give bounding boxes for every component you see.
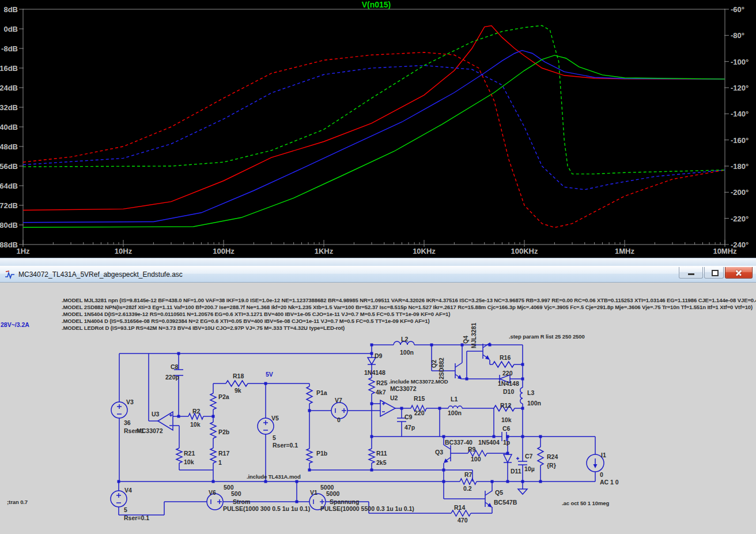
- component-label[interactable]: 100n: [400, 349, 414, 356]
- spice-directive[interactable]: ;tran 0.7: [7, 499, 28, 505]
- component-label[interactable]: R7: [464, 471, 472, 478]
- resistor-R14[interactable]: [451, 510, 471, 516]
- component-label[interactable]: L3: [527, 389, 534, 396]
- spice-directive[interactable]: .ac oct 50 1 10meg: [562, 500, 609, 506]
- component-label[interactable]: R18: [233, 373, 244, 379]
- resistor-R11[interactable]: [369, 449, 375, 463]
- component-label[interactable]: P1a: [316, 389, 327, 396]
- component-label[interactable]: R17: [218, 450, 229, 457]
- resistor-R21[interactable]: [176, 448, 182, 463]
- component-label[interactable]: L1: [451, 396, 458, 403]
- resistor-R16[interactable]: [493, 362, 514, 367]
- component-label[interactable]: 0: [337, 416, 341, 423]
- component-label[interactable]: R12: [500, 402, 511, 409]
- component-label[interactable]: R24: [547, 453, 558, 460]
- resistor-R24[interactable]: [538, 447, 543, 465]
- component-label[interactable]: 10µ: [524, 465, 535, 472]
- component-label[interactable]: D10: [503, 388, 514, 395]
- resistor-R17[interactable]: [210, 448, 216, 463]
- component-label[interactable]: 220: [414, 409, 425, 416]
- component-label[interactable]: V1: [310, 489, 317, 496]
- component-label[interactable]: C8: [171, 363, 179, 370]
- component-label[interactable]: V7: [335, 397, 342, 404]
- component-label[interactable]: 47p: [405, 424, 415, 431]
- component-label[interactable]: {R}: [547, 462, 556, 469]
- component-label[interactable]: V6: [209, 489, 216, 496]
- component-label[interactable]: R16: [500, 354, 511, 361]
- component-label[interactable]: R14: [454, 504, 465, 511]
- component-label[interactable]: Q3: [435, 449, 443, 456]
- resistor-R18[interactable]: [226, 381, 248, 386]
- component-label[interactable]: MJL3281: [470, 322, 477, 348]
- component-label[interactable]: 5: [124, 506, 127, 513]
- component-label[interactable]: 1N5404: [478, 439, 500, 446]
- component-label[interactable]: L2: [401, 336, 408, 343]
- component-label[interactable]: 36: [124, 419, 131, 426]
- component-label[interactable]: P2a: [218, 393, 229, 400]
- component-label[interactable]: 4k7: [376, 389, 386, 396]
- component-label[interactable]: Rser=0.1: [273, 442, 298, 449]
- component-label[interactable]: 5V: [266, 371, 273, 378]
- component-label[interactable]: R21: [184, 450, 195, 457]
- component-label[interactable]: 5000: [326, 490, 340, 497]
- component-label[interactable]: 1N4148: [498, 380, 519, 387]
- component-label[interactable]: AC 1 0: [600, 479, 619, 486]
- component-label[interactable]: Q2: [430, 360, 437, 368]
- component-label[interactable]: 0.2: [463, 485, 472, 492]
- component-label[interactable]: I1: [601, 452, 606, 458]
- component-label[interactable]: 10k: [501, 416, 512, 423]
- component-label[interactable]: Rser=0.1: [124, 514, 149, 521]
- component-symbols[interactable]: [111, 341, 604, 516]
- component-label[interactable]: R25: [376, 379, 387, 386]
- bode-plot[interactable]: 8dB0dB-8dB-16dB-24dB-32dB-40dB-48dB-56dB…: [0, 0, 756, 258]
- component-label[interactable]: Q5: [495, 489, 503, 496]
- component-label[interactable]: 100n: [527, 400, 541, 407]
- component-label[interactable]: U3: [152, 411, 160, 418]
- diode-D11[interactable]: [504, 454, 512, 462]
- transistor-Q2[interactable]: [455, 345, 462, 379]
- circuit-schematic[interactable]: .MODEL MJL3281 npn (IS=9.8145e-12 BF=438…: [0, 283, 756, 534]
- minimize-button[interactable]: [679, 267, 703, 279]
- component-label[interactable]: 220p: [165, 374, 179, 381]
- component-label[interactable]: 1: [218, 459, 222, 466]
- component-label[interactable]: R2: [192, 408, 201, 415]
- component-label[interactable]: MC33072: [137, 427, 163, 434]
- component-label[interactable]: BC337-40: [445, 439, 472, 446]
- spice-directive[interactable]: .MODEL 1N5404 D(IS=2.61339e-12 RS=0.0110…: [62, 311, 450, 317]
- component-label[interactable]: 10k: [190, 421, 201, 428]
- component-label[interactable]: V5: [271, 415, 279, 422]
- component-label[interactable]: 1p: [503, 439, 510, 446]
- component-label[interactable]: 2k5: [376, 459, 387, 466]
- component-label[interactable]: 9k: [235, 387, 241, 394]
- component-label[interactable]: D9: [375, 352, 383, 359]
- component-label[interactable]: C9: [405, 413, 413, 420]
- component-label[interactable]: 220: [502, 370, 513, 377]
- plot-title[interactable]: V(n015): [362, 0, 391, 9]
- component-label[interactable]: 100: [471, 456, 481, 462]
- component-label[interactable]: R9: [468, 446, 476, 453]
- component-label[interactable]: U2: [390, 394, 398, 401]
- component-label[interactable]: 10k: [184, 458, 194, 465]
- component-label[interactable]: PULSE(10000 5500 0.3 1u 1u 0.1): [320, 505, 414, 512]
- inductor-L1[interactable]: [448, 406, 462, 408]
- component-label[interactable]: PULSE(1000 300 0.5 1u 1u 0.1): [223, 505, 310, 512]
- component-label[interactable]: 5: [273, 434, 276, 441]
- component-label[interactable]: P2b: [218, 428, 229, 435]
- vsource-V3[interactable]: [111, 402, 127, 418]
- spice-directive[interactable]: .step param R list 25 250 2500: [509, 333, 585, 340]
- spice-directive[interactable]: .MODEL 2SD882 NPN(Is=282f Xti=3 Eg=1.11 …: [62, 304, 753, 310]
- component-label[interactable]: 500: [231, 490, 241, 497]
- component-label[interactable]: R15: [414, 395, 425, 402]
- component-label[interactable]: BC547B: [494, 499, 517, 506]
- opamp-U2[interactable]: [380, 400, 395, 416]
- spice-directive[interactable]: .MODEL 1N4004 D (IS=5.31656e-08 RS=0.039…: [62, 318, 430, 324]
- component-label[interactable]: D11: [511, 468, 521, 475]
- resistor-R25[interactable]: [369, 378, 375, 394]
- resistor-R7[interactable]: [460, 479, 477, 484]
- restore-button[interactable]: [704, 267, 724, 279]
- component-label[interactable]: 470: [458, 517, 468, 524]
- component-label[interactable]: C7: [525, 453, 533, 460]
- spice-directive[interactable]: .MODEL LEDRot D (IS=93.1P RS=42M N=3.73 …: [62, 325, 345, 331]
- inductor-L3[interactable]: [520, 388, 523, 404]
- component-label[interactable]: 2SD882: [438, 358, 445, 379]
